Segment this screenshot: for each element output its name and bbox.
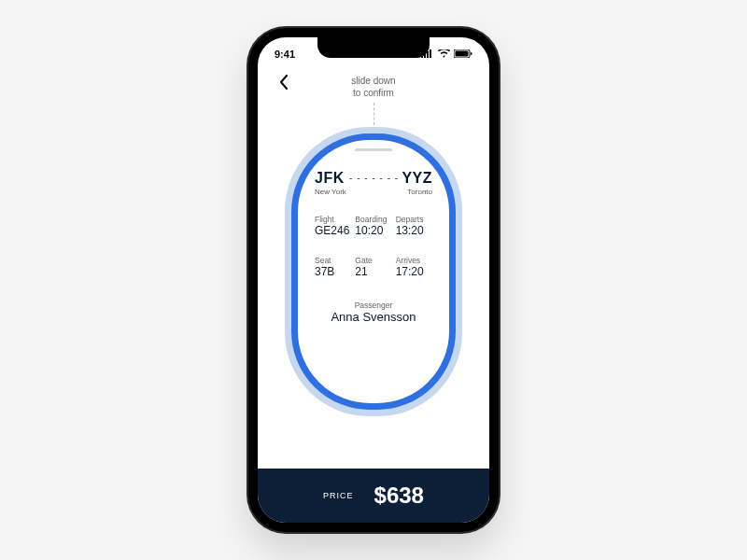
flight-label: Flight	[315, 215, 351, 224]
svg-rect-3	[430, 49, 431, 58]
hint-dash-line	[374, 103, 374, 125]
chevron-left-icon	[279, 75, 289, 90]
seat-cell: Seat 37B	[315, 256, 351, 278]
back-button[interactable]	[273, 71, 295, 93]
from-city: New York	[315, 188, 346, 196]
boarding-cell: Boarding 10:20	[355, 215, 391, 237]
svg-rect-6	[471, 52, 472, 55]
svg-rect-5	[456, 51, 469, 57]
status-icons	[421, 49, 472, 60]
confirm-hint: slide down to confirm	[351, 75, 395, 99]
flight-value: GE246	[315, 224, 351, 237]
battery-icon	[454, 49, 472, 60]
departs-cell: Departs 13:20	[396, 215, 432, 237]
gate-cell: Gate 21	[355, 256, 391, 278]
arrives-value: 17:20	[396, 265, 432, 278]
ticket-card[interactable]: JFK New York - - - - - - - YYZ Toronto F…	[291, 133, 456, 410]
clock-time: 9:41	[275, 49, 295, 60]
app-screen: 9:41 slide down to confirm	[258, 37, 489, 523]
hint-line-1: slide down	[351, 75, 395, 87]
passenger-label: Passenger	[331, 301, 416, 310]
route-row: JFK New York - - - - - - - YYZ Toronto	[315, 170, 432, 196]
arrives-label: Arrives	[396, 256, 432, 265]
passenger-block: Passenger Anna Svensson	[331, 301, 416, 324]
details-row-2: Seat 37B Gate 21 Arrives 17:20	[315, 256, 432, 278]
hint-line-2: to confirm	[351, 87, 395, 99]
price-label: PRICE	[323, 491, 354, 500]
phone-notch	[317, 37, 430, 58]
phone-frame: 9:41 slide down to confirm	[248, 28, 499, 532]
route-to: YYZ Toronto	[402, 170, 432, 196]
price-value: $638	[374, 483, 424, 509]
details-row-1: Flight GE246 Boarding 10:20 Departs 13:2…	[315, 215, 432, 237]
gate-value: 21	[355, 265, 391, 278]
gate-label: Gate	[355, 256, 391, 265]
from-code: JFK	[315, 170, 346, 187]
to-code: YYZ	[402, 170, 432, 187]
drag-handle[interactable]	[355, 148, 392, 151]
passenger-name: Anna Svensson	[331, 310, 416, 324]
boarding-value: 10:20	[355, 224, 391, 237]
route-dots: - - - - - - -	[349, 170, 399, 183]
header: slide down to confirm	[258, 65, 489, 125]
arrives-cell: Arrives 17:20	[396, 256, 432, 278]
seat-value: 37B	[315, 265, 351, 278]
seat-label: Seat	[315, 256, 351, 265]
flight-cell: Flight GE246	[315, 215, 351, 237]
card-wrap: JFK New York - - - - - - - YYZ Toronto F…	[258, 127, 489, 469]
price-footer: PRICE $638	[258, 469, 489, 523]
departs-label: Departs	[396, 215, 432, 224]
departs-value: 13:20	[396, 224, 432, 237]
wifi-icon	[438, 49, 450, 60]
ticket-pill-outer: JFK New York - - - - - - - YYZ Toronto F…	[285, 127, 462, 416]
boarding-label: Boarding	[355, 215, 391, 224]
to-city: Toronto	[407, 188, 432, 196]
route-from: JFK New York	[315, 170, 346, 196]
